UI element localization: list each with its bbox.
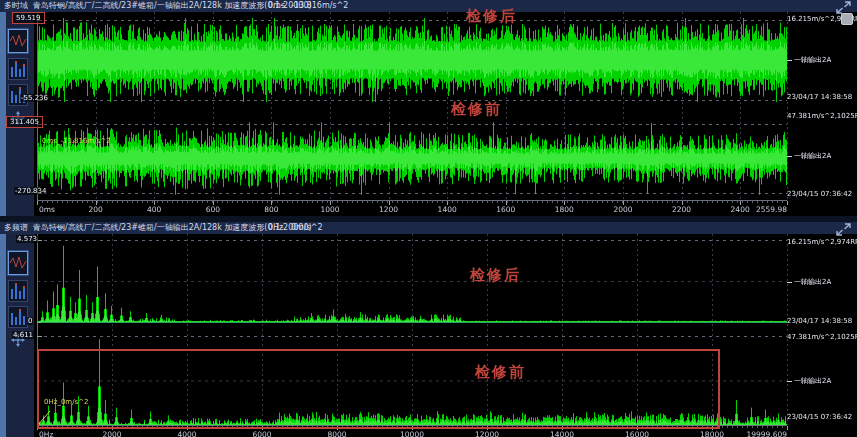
- trace1-timestamp-label: 23/04/17 14:38:58: [787, 93, 857, 101]
- trace1-peak-rpm-label: 16.215m/s^2,974RPM: [787, 238, 857, 246]
- trace1-channel-label: 一轴输出2A: [787, 55, 857, 65]
- spectrum1-zero-label: 0: [27, 317, 33, 325]
- trace1-channel-label: 一轴输出2A: [787, 277, 857, 287]
- trace2-timestamp-label: 23/04/15 07:36:42: [787, 413, 857, 421]
- trace2-max-label: 311.405: [6, 116, 43, 128]
- spectrum-view-button-2[interactable]: [8, 306, 28, 328]
- panel-mode-label: 多频谱: [4, 222, 28, 234]
- trace2-channel-label: 一轴输出2A: [787, 151, 857, 161]
- expand-arrows-icon: [836, 223, 852, 236]
- trace1-min-label: -55.236: [20, 94, 49, 102]
- spectrum-thumbnail-icon: [9, 59, 27, 79]
- cursor-amplitude-value: 0m/s^2: [291, 222, 323, 234]
- trace2-channel-label: 一轴输出2A: [787, 376, 857, 386]
- annotation-after-maintenance: 检修后: [466, 7, 517, 26]
- spectrum1-max-label: 4.573: [16, 235, 38, 243]
- time-waveform-plot[interactable]: [36, 12, 788, 214]
- annotation-before-maintenance: 检修前: [451, 100, 502, 119]
- trace2-min-label: -270.834: [14, 187, 47, 195]
- spectrum-panel: 多频谱 青岛特钢/高线厂/二高线/23#锥箱/一轴输出2A/128k 加速度波形…: [0, 222, 857, 437]
- annotation-after-maintenance: 检修后: [470, 266, 521, 285]
- spectrum-thumbnail-icon: [9, 281, 27, 301]
- waveform-thumbnail-icon: [9, 30, 27, 52]
- settings-chip-icon[interactable]: [841, 13, 853, 25]
- spectrum-view-button-1[interactable]: [8, 280, 28, 302]
- vibration-analysis-app: 多时域 青岛特钢/高线厂/二高线/23#锥箱/一轴输出2A/128k 加速度波形…: [0, 0, 857, 437]
- trace1-timestamp-label: 23/04/17 14:38:58: [787, 317, 857, 325]
- waveform-thumbnail-icon: [9, 252, 27, 274]
- time-panel-header: 多时域 青岛特钢/高线厂/二高线/23#锥箱/一轴输出2A/128k 加速度波形…: [0, 0, 857, 12]
- cursor-amplitude-value: -13.816m/s^2: [291, 0, 348, 12]
- spectrum-panel-header: 多频谱 青岛特钢/高线厂/二高线/23#锥箱/一轴输出2A/128k 加速度波形…: [0, 222, 857, 234]
- trace2-timestamp-label: 23/04/15 07:36:42: [787, 190, 857, 198]
- cursor-readout: 0Hz_0m/s^2: [44, 398, 89, 406]
- trace1-max-label: 59.519: [12, 12, 45, 24]
- cursor-readout: 0ms_-13.816m/s^2: [42, 137, 111, 145]
- cursor-x-value: 0Hz: [268, 222, 283, 234]
- waveform-view-button[interactable]: [8, 251, 28, 275]
- time-domain-panel: 多时域 青岛特钢/高线厂/二高线/23#锥箱/一轴输出2A/128k 加速度波形…: [0, 0, 857, 216]
- spectrum-thumbnail-icon: [9, 307, 27, 327]
- trace2-peak-rpm-label: 47.381m/s^2,1025RPM: [787, 333, 857, 341]
- annotation-before-maintenance: 检修前: [475, 363, 526, 382]
- time-panel-toolbar: [0, 12, 34, 216]
- waveform-view-button[interactable]: [8, 29, 28, 53]
- annotation-highlight-rectangle: [37, 349, 720, 429]
- panel-mode-label: 多时域: [4, 0, 28, 12]
- spectrum-view-button-1[interactable]: [8, 58, 28, 80]
- trace2-peak-rpm-label: 47.381m/s^2,1025RPM: [787, 112, 857, 120]
- panel-splitter[interactable]: [0, 12, 6, 216]
- panel-splitter[interactable]: [0, 234, 6, 437]
- cursor-x-value: 0ms: [268, 0, 285, 12]
- expand-panel-button[interactable]: [836, 223, 852, 236]
- spectrum2-max-label: 4.611: [12, 331, 34, 339]
